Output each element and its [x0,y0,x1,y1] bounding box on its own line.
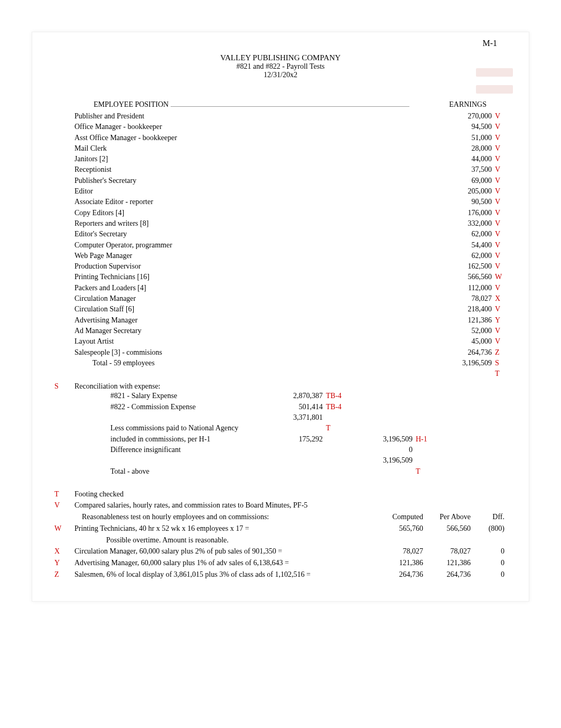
header-per-above: Per Above [423,511,471,523]
note-diff: 0 [471,569,508,580]
employee-row: Circulation Manager78,027X [74,293,508,304]
section-tickmark: S [54,382,70,391]
note-diff [471,535,508,546]
employee-position: Associate Editor - reporter [74,197,428,207]
employee-row: Editor205,000V [74,186,508,197]
employee-earnings: 205,000 [428,186,492,197]
recon-label: #821 - Salary Expense [74,391,265,401]
header-earnings: EARNINGS [428,100,492,109]
recon-label: #822 - Commission Expense [74,402,265,412]
recon-ref [323,445,354,455]
recon-ref [323,466,354,477]
note-per-above: 121,386 [423,557,471,569]
note-text: Footing checked [74,489,376,500]
recon-value: 175,292 [265,434,323,445]
employee-row: Office Manager - bookkeeper94,500V [74,122,508,132]
reconciliation-row: #822 - Commission Expense501,414TB-4 [74,402,508,412]
note-text: Salesmen, 6% of local display of 3,861,0… [74,569,376,580]
note-computed: 78,027 [376,546,423,557]
header-computed: Computed [376,511,423,523]
note-tickmark: T [54,489,74,500]
recon-value-2 [354,423,413,434]
note-text: Advertising Manager, 60,000 salary plus … [74,557,376,569]
note-computed [376,489,423,500]
employee-tickmark: V [492,154,508,164]
employee-earnings: 69,000 [428,176,492,186]
note-tickmark: W [54,523,74,535]
employee-position: Circulation Manager [74,293,428,304]
note-per-above [423,535,471,546]
employee-row: Ad Manager Secretary52,000V [74,326,508,336]
note-computed [376,535,423,546]
recon-value [265,423,323,434]
employee-position: Publisher and President [74,111,428,122]
employee-tickmark: V [492,143,508,154]
employee-row: Mail Clerk28,000V [74,143,508,154]
employee-earnings: 51,000 [428,133,492,143]
workpaper-index: M-1 [482,39,497,48]
recon-ref-2 [413,423,439,434]
employee-earnings: 62,000 [428,251,492,261]
employee-earnings: 94,500 [428,122,492,132]
recon-ref-2 [413,402,439,412]
recon-value-2: 3,196,509 [354,455,413,466]
employee-position: Office Manager - bookkeeper [74,122,428,132]
note-text: Possible overtime. Amount is reasonable. [74,535,376,546]
employee-position: Editor's Secretary [74,229,428,239]
employee-tickmark: V [492,111,508,122]
notes-column-header: Reasonableness test on hourly employees … [74,511,508,523]
employee-row: Reporters and writers [8]332,000V [74,218,508,229]
employee-earnings: 90,500 [428,197,492,207]
reconciliation-rows: #821 - Salary Expense2,870,387TB-4#822 -… [74,391,508,476]
document-subtitle: #821 and #822 - Payroll Tests [48,62,513,71]
note-per-above [423,489,471,500]
recon-value-2 [354,391,413,401]
employee-earnings: 54,400 [428,240,492,251]
employee-position: Publisher's Secretary [74,176,428,186]
header-diff: Dff. [471,511,508,523]
recon-ref-2: H-1 [413,434,439,445]
employee-tickmark: V [492,261,508,272]
employee-earnings: 37,500 [428,164,492,175]
note-text: Circulation Manager, 60,000 salary plus … [74,546,376,557]
post-total-tick-row: T [74,368,508,379]
note-text: Compared salaries, hourly rates, and com… [74,500,376,511]
employee-position: Web Page Manager [74,251,428,261]
employee-position: Ad Manager Secretary [74,326,428,336]
note-per-above: 264,736 [423,569,471,580]
employee-position: Salespeople [3] - commisions [74,347,428,358]
employee-tickmark: V [492,122,508,132]
employee-tickmark: V [492,208,508,218]
employee-row: Editor's Secretary62,000V [74,229,508,239]
note-tickmark: V [54,500,74,511]
note-per-above: 78,027 [423,546,471,557]
note-tickmark: Z [54,569,74,580]
employee-tickmark: V [492,229,508,239]
employee-earnings: 176,000 [428,208,492,218]
recon-ref: T [323,423,354,434]
note-tickmark: X [54,546,74,557]
employee-row: Layout Artist45,000V [74,336,508,347]
recon-ref: TB-4 [323,391,354,401]
note-row: TFooting checked [74,489,508,500]
column-headers: EMPLOYEE POSITION EARNINGS [74,100,508,109]
reconciliation-row: Difference insignificant0 [74,445,508,455]
note-per-above [423,500,471,511]
reconciliation-title: Reconciliation with expense: [74,382,508,391]
employee-position: Asst Office Manager - bookkeeper [74,133,428,143]
recon-value: 3,371,801 [265,412,323,423]
employee-earnings: 121,386 [428,315,492,326]
tickmark-legend: TFooting checkedVCompared salaries, hour… [74,489,508,580]
recon-ref-2 [413,412,439,423]
employee-position: Computer Operator, programmer [74,240,428,251]
employee-tickmark: V [492,218,508,229]
header-position: EMPLOYEE POSITION [74,100,428,109]
employee-tickmark: W [492,272,508,282]
recon-value [265,455,323,466]
total-row: Total - 59 employees 3,196,509 S [74,358,508,368]
reconciliation-row: Total - aboveT [74,466,508,477]
total-label: Total - 59 employees [74,358,428,368]
employee-tickmark: Y [492,315,508,326]
note-diff [471,500,508,511]
redacted-box-2 [476,85,513,94]
